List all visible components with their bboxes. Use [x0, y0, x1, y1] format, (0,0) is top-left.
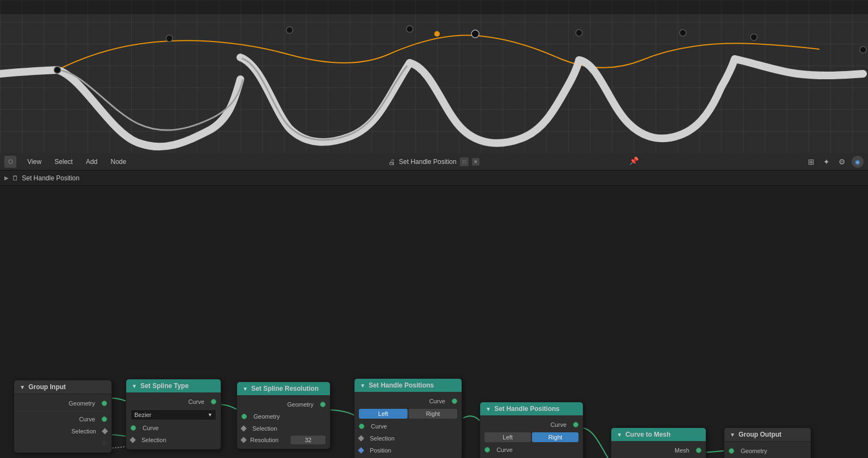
ssr-res-socket[interactable] [240, 437, 246, 443]
shp1-curve-in-row: Curve [355, 420, 462, 432]
ctm-body: Mesh Curve Profile Curve Fill Caps [611, 441, 706, 458]
breadcrumb-label: Set Handle Position [22, 174, 79, 182]
group-input-title: Group Input [28, 383, 66, 391]
pin-button[interactable]: 📌 [629, 156, 639, 165]
empty-socket [102, 441, 107, 446]
sst-curve-in-row: Curve [126, 422, 221, 434]
sst-selection-row: Selection [126, 434, 221, 446]
shp1-position-socket[interactable] [358, 447, 364, 453]
svg-point-4 [576, 30, 582, 36]
shp2-curve-in-label: Curve [492, 447, 578, 453]
sst-curve-out-row: Curve [126, 396, 221, 408]
curve-output-socket[interactable] [102, 416, 107, 422]
group-input-curve-row: Curve [14, 413, 111, 425]
svg-point-2 [406, 26, 413, 32]
shp1-selection-socket[interactable] [358, 435, 364, 441]
ssr-geo-in-row: Geometry [237, 410, 330, 422]
menu-view[interactable]: View [25, 157, 44, 167]
menu-add[interactable]: Add [84, 157, 99, 167]
menu-select[interactable]: Select [52, 157, 75, 167]
node-group-output: ▼ Group Output Geometry [724, 427, 811, 458]
breadcrumb-icon: 🗒 [12, 174, 19, 182]
shp1-btn-group[interactable]: Left Right [359, 409, 457, 419]
ssr-geo-out-socket[interactable] [320, 402, 326, 407]
ssr-geo-in-label: Geometry [249, 413, 326, 420]
shp1-header[interactable]: ▼ Set Handle Positions [355, 379, 462, 392]
sst-selection-socket[interactable] [129, 437, 135, 443]
shp1-right-btn[interactable]: Right [409, 409, 457, 419]
node-editor-topbar: ⬡ View Select Add Node 🖨 Set Handle Posi… [0, 153, 868, 171]
node-editor-title: Set Handle Position [399, 158, 456, 166]
tools-icon-1[interactable]: ⊞ [806, 156, 817, 167]
group-input-body: Geometry Curve Selection [14, 394, 111, 453]
shp1-curve-in-socket[interactable] [359, 424, 364, 429]
group-input-header[interactable]: ▼ Group Input [14, 380, 111, 394]
shp1-curve-in-label: Curve [367, 423, 457, 430]
group-input-geometry-row: Geometry [14, 397, 111, 409]
shp2-curve-out-socket[interactable] [573, 422, 578, 427]
shp2-left-btn[interactable]: Left [485, 432, 531, 442]
topbar-right-tools: ⊞ ✦ ⚙ ◉ [806, 153, 864, 171]
node-set-handle-pos-2: ▼ Set Handle Positions Curve Left Right … [480, 402, 583, 458]
sst-dropdown[interactable]: Bezier ▼ [131, 409, 216, 420]
ssr-res-value[interactable]: 32 [291, 436, 326, 444]
title-new-btn[interactable]: □ [460, 157, 469, 166]
title-close-btn[interactable]: ✕ [472, 158, 480, 166]
sst-curve-in-socket[interactable] [131, 425, 136, 431]
svg-point-0 [166, 35, 173, 42]
go-geo-label: Geometry [736, 448, 806, 454]
svg-point-1 [286, 27, 293, 33]
node-set-handle-pos-1: ▼ Set Handle Positions Curve Left Right … [354, 378, 462, 458]
ctm-title: Curve to Mesh [625, 431, 671, 438]
geometry-label: Geometry [19, 400, 99, 407]
group-output-body: Geometry [724, 442, 811, 458]
shp2-right-btn[interactable]: Right [532, 432, 578, 442]
editor-type-icon[interactable]: ⬡ [4, 156, 16, 168]
group-output-header[interactable]: ▼ Group Output [724, 428, 811, 442]
ctm-mesh-out-label: Mesh [616, 447, 694, 454]
svg-point-9 [860, 46, 866, 53]
node-canvas[interactable]: ▼ Group Input Geometry Curve Selection [0, 186, 868, 458]
shp2-btn-group[interactable]: Left Right [485, 432, 578, 442]
menu-node[interactable]: Node [109, 157, 129, 167]
sst-dropdown-value: Bezier [134, 412, 151, 418]
node-editor[interactable]: ⬡ View Select Add Node 🖨 Set Handle Posi… [0, 153, 868, 458]
tools-icon-3[interactable]: ⚙ [836, 156, 847, 167]
ssr-geo-out-row: Geometry [237, 398, 330, 410]
set-spline-type-title: Set Spline Type [140, 382, 188, 390]
svg-point-8 [54, 67, 61, 73]
shp2-curve-out-label: Curve [485, 421, 571, 428]
shp2-curve-in-socket[interactable] [485, 447, 490, 453]
geometry-output-socket[interactable] [102, 401, 107, 406]
go-geo-in-socket[interactable] [729, 448, 734, 454]
shp1-selection-row: Selection [355, 432, 462, 444]
group-input-empty-row [14, 437, 111, 449]
shp2-header[interactable]: ▼ Set Handle Positions [480, 402, 583, 415]
viewport-3d[interactable] [0, 0, 868, 153]
set-spline-res-title: Set Spline Resolution [251, 385, 318, 392]
tools-icon-4[interactable]: ◉ [852, 156, 864, 168]
svg-point-5 [680, 30, 686, 36]
shp1-body: Curve Left Right Curve Selection P [355, 392, 462, 458]
ssr-selection-socket[interactable] [240, 425, 246, 431]
ssr-res-label: Resolution [250, 437, 288, 443]
sst-curve-out-label: Curve [131, 398, 209, 405]
ssr-geo-in-socket[interactable] [241, 414, 247, 419]
set-spline-type-header[interactable]: ▼ Set Spline Type [126, 379, 221, 392]
shp2-curve-out-row: Curve [480, 419, 583, 431]
node-group-input: ▼ Group Input Geometry Curve Selection [14, 380, 112, 453]
tools-icon-2[interactable]: ✦ [821, 156, 832, 167]
ctm-mesh-out-socket[interactable] [696, 448, 701, 453]
selection-output-socket[interactable] [102, 428, 108, 434]
ctm-header[interactable]: ▼ Curve to Mesh [611, 428, 706, 441]
svg-point-7 [434, 31, 440, 37]
shp2-title: Set Handle Positions [494, 405, 559, 413]
node-curve-to-mesh: ▼ Curve to Mesh Mesh Curve Profile Curve [611, 427, 706, 458]
shp1-left-btn[interactable]: Left [359, 409, 408, 419]
shp1-curve-out-socket[interactable] [452, 398, 457, 404]
set-spline-res-header[interactable]: ▼ Set Spline Resolution [237, 382, 330, 395]
sst-curve-out-socket[interactable] [211, 399, 216, 404]
sst-dropdown-bezier[interactable]: Bezier ▼ [131, 409, 216, 420]
selection-label: Selection [19, 428, 101, 434]
ctm-mesh-out-row: Mesh [611, 444, 706, 456]
